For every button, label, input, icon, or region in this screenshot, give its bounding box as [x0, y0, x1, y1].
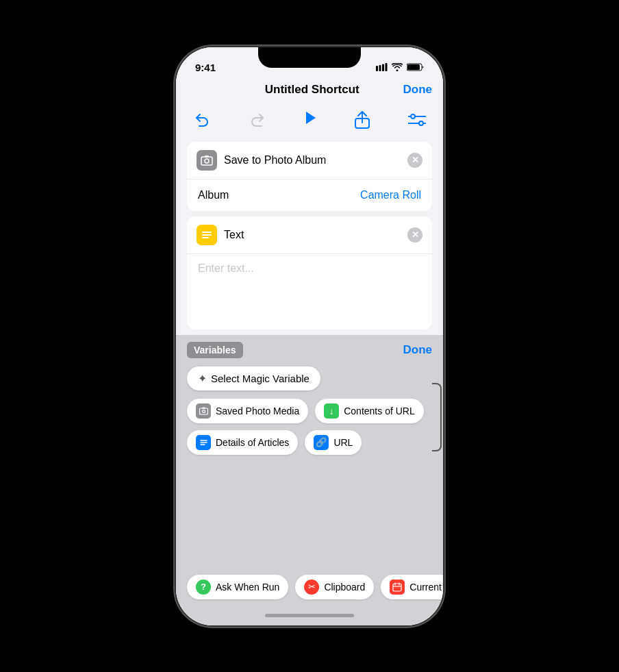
notch	[258, 47, 361, 68]
svg-point-21	[202, 410, 205, 412]
text-placeholder: Enter text...	[198, 262, 254, 274]
text-close[interactable]: ✕	[407, 227, 422, 242]
battery-icon	[407, 62, 424, 73]
magic-variable-label: Select Magic Variable	[211, 373, 310, 384]
svg-rect-5	[407, 64, 420, 70]
text-header: Text ✕	[187, 216, 432, 254]
clipboard-chip[interactable]: ✂ Clipboard	[295, 575, 374, 599]
svg-rect-20	[199, 408, 207, 414]
phone-frame: 9:41 Untitled Shortcut Done	[176, 47, 443, 625]
home-indicator-area	[176, 606, 443, 625]
svg-rect-26	[393, 584, 401, 591]
signal-icon	[376, 62, 388, 73]
variables-panel: Variables Done ✦ Select Magic Variable	[176, 335, 443, 462]
magic-variable-button[interactable]: ✦ Select Magic Variable	[187, 366, 320, 390]
contents-url-chip-label: Contents of URL	[344, 406, 415, 416]
current-date-chip[interactable]: Current Date	[381, 575, 443, 599]
svg-rect-22	[202, 407, 205, 409]
spacer	[176, 462, 443, 568]
undo-button[interactable]	[190, 108, 214, 132]
status-icons	[376, 62, 424, 73]
url-chip-icon: 🔗	[314, 435, 329, 450]
ask-when-run-icon: ?	[196, 580, 211, 595]
svg-rect-3	[386, 63, 388, 71]
details-articles-chip-icon	[196, 435, 211, 450]
variables-grid: Saved Photo Media ↓ Contents of URL	[187, 399, 432, 455]
contents-url-chip-icon: ↓	[324, 403, 339, 419]
magic-icon: ✦	[198, 372, 207, 385]
text-body[interactable]: Enter text...	[187, 254, 432, 329]
svg-rect-1	[379, 65, 381, 71]
nav-done-button[interactable]: Done	[403, 83, 432, 97]
save-photo-name: Save to Photo Album	[224, 154, 326, 166]
toolbar	[176, 103, 443, 139]
clipboard-label: Clipboard	[324, 582, 365, 593]
details-articles-chip-label: Details of Articles	[216, 437, 289, 448]
save-photo-close[interactable]: ✕	[407, 153, 422, 168]
save-photo-header: Save to Photo Album ✕	[187, 142, 432, 179]
url-chip-label: URL	[333, 437, 353, 448]
ask-when-run-label: Ask When Run	[216, 582, 279, 593]
screen-content: 9:41 Untitled Shortcut Done	[176, 47, 443, 625]
side-bracket	[432, 383, 442, 451]
wifi-icon	[392, 62, 403, 73]
current-date-label: Current Date	[409, 582, 443, 593]
svg-rect-0	[376, 66, 378, 71]
ask-when-run-chip[interactable]: ? Ask When Run	[187, 575, 288, 599]
play-button[interactable]	[300, 108, 319, 132]
home-indicator	[265, 614, 354, 617]
save-photo-card: Save to Photo Album ✕ Album Camera Roll	[187, 142, 432, 211]
save-photo-icon	[197, 150, 217, 171]
variables-row-1: Saved Photo Media ↓ Contents of URL	[187, 399, 432, 423]
variables-header: Variables Done	[187, 342, 432, 358]
album-value[interactable]: Camera Roll	[360, 189, 421, 201]
svg-point-15	[205, 159, 209, 163]
var-chip-url[interactable]: 🔗 URL	[305, 430, 362, 455]
bottom-chips-row: ? Ask When Run ✂ Clipboard Current	[176, 568, 443, 606]
svg-rect-16	[205, 155, 209, 158]
svg-marker-6	[306, 112, 316, 124]
text-action-name: Text	[224, 229, 244, 241]
variables-row-2: Details of Articles 🔗 URL	[187, 430, 432, 455]
status-time: 9:41	[195, 62, 216, 73]
variables-label: Variables	[187, 342, 243, 358]
share-button[interactable]	[350, 108, 375, 132]
album-label: Album	[198, 189, 229, 201]
clipboard-icon: ✂	[304, 580, 319, 595]
settings-button[interactable]	[405, 108, 429, 132]
nav-bar: Untitled Shortcut Done	[176, 77, 443, 103]
saved-photo-chip-label: Saved Photo Media	[216, 406, 299, 416]
variables-done-button[interactable]: Done	[403, 343, 433, 357]
var-chip-contents-url[interactable]: ↓ Contents of URL	[315, 399, 424, 423]
svg-rect-2	[382, 64, 384, 71]
redo-button[interactable]	[245, 108, 270, 132]
svg-rect-14	[201, 157, 212, 165]
var-chip-details-articles[interactable]: Details of Articles	[187, 430, 298, 455]
current-date-icon	[390, 580, 405, 595]
saved-photo-chip-icon	[196, 403, 211, 419]
nav-title: Untitled Shortcut	[265, 83, 359, 97]
save-photo-album-row[interactable]: Album Camera Roll	[187, 179, 432, 211]
var-chip-saved-photo[interactable]: Saved Photo Media	[187, 399, 308, 423]
text-icon	[197, 225, 217, 245]
text-card: Text ✕ Enter text...	[187, 216, 432, 329]
